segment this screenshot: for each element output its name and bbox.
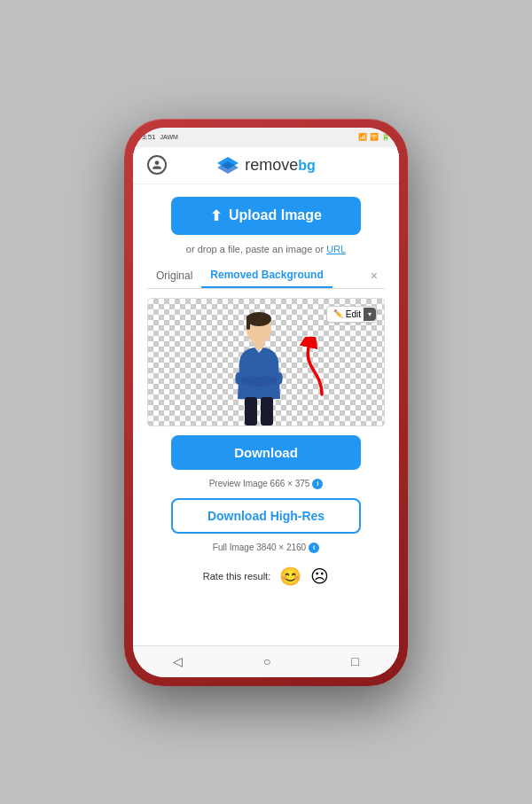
home-button[interactable]: ○	[249, 651, 285, 672]
status-signal: 📶	[358, 133, 367, 141]
preview-info: Preview Image 666 × 375 i	[209, 479, 324, 489]
download-button[interactable]: Download	[171, 435, 361, 470]
bottom-nav: ◁ ○ □	[133, 645, 399, 677]
logo-icon	[216, 156, 239, 174]
full-image-info: Full Image 3840 × 2160 i	[213, 543, 319, 553]
svg-rect-6	[245, 397, 257, 425]
download-button-label: Download	[234, 445, 298, 460]
upload-button-label: Upload Image	[229, 207, 322, 223]
status-battery: 🔋	[381, 133, 390, 141]
full-info-text: Full Image 3840 × 2160	[213, 543, 306, 552]
status-bar: 3:51 JAWM 📶 🛜 🔋	[133, 128, 399, 147]
tab-original[interactable]: Original	[147, 264, 201, 287]
app-screen: removebg ⬆ Upload Image or drop a file, …	[133, 147, 399, 645]
svg-rect-4	[246, 316, 250, 330]
phone-screen: 3:51 JAWM 📶 🛜 🔋	[133, 128, 399, 677]
preview-info-icon: i	[312, 479, 323, 489]
svg-point-3	[246, 312, 271, 326]
sad-rating-button[interactable]: ☹	[310, 566, 329, 587]
main-content: ⬆ Upload Image or drop a file, paste an …	[133, 184, 399, 645]
upload-button[interactable]: ⬆ Upload Image	[171, 197, 361, 235]
tab-close-button[interactable]: ×	[364, 265, 385, 286]
url-link[interactable]: URL	[326, 244, 346, 254]
status-left: 3:51 JAWM	[142, 133, 178, 141]
logo: removebg	[216, 156, 316, 175]
pencil-icon: ✏️	[333, 309, 343, 318]
rating-row: Rate this result: 😊 ☹	[203, 566, 329, 587]
rating-label: Rate this result:	[203, 571, 270, 582]
svg-rect-7	[261, 397, 273, 425]
status-wifi: 🛜	[370, 133, 379, 141]
happy-rating-button[interactable]: 😊	[279, 566, 301, 587]
preview-info-text: Preview Image 666 × 375	[209, 479, 310, 488]
edit-button-label: Edit	[346, 309, 361, 319]
tabs-row: Original Removed Background ×	[147, 263, 385, 289]
logo-text: removebg	[245, 156, 316, 175]
account-icon[interactable]	[147, 155, 167, 175]
edit-button[interactable]: ✏️ Edit ▾	[326, 306, 377, 323]
person-figure	[223, 310, 294, 425]
svg-rect-5	[254, 342, 263, 349]
edit-dropdown-icon[interactable]: ▾	[364, 308, 376, 321]
recent-button[interactable]: □	[337, 651, 372, 672]
phone-frame: 3:51 JAWM 📶 🛜 🔋	[124, 119, 408, 686]
image-preview: ✏️ Edit ▾	[147, 298, 385, 426]
drop-text: or drop a file, paste an image or URL	[186, 244, 346, 254]
download-hires-label: Download High-Res	[207, 509, 325, 523]
status-right: 📶 🛜 🔋	[358, 133, 390, 141]
status-time: 3:51	[142, 133, 156, 141]
status-carrier: JAWM	[160, 134, 178, 140]
tab-removed-bg[interactable]: Removed Background	[201, 263, 332, 288]
app-header: removebg	[133, 147, 399, 184]
red-arrow	[291, 337, 335, 399]
download-hires-button[interactable]: Download High-Res	[171, 498, 361, 534]
full-info-icon: i	[309, 543, 319, 553]
upload-icon: ⬆	[210, 207, 222, 224]
back-button[interactable]: ◁	[159, 651, 197, 672]
